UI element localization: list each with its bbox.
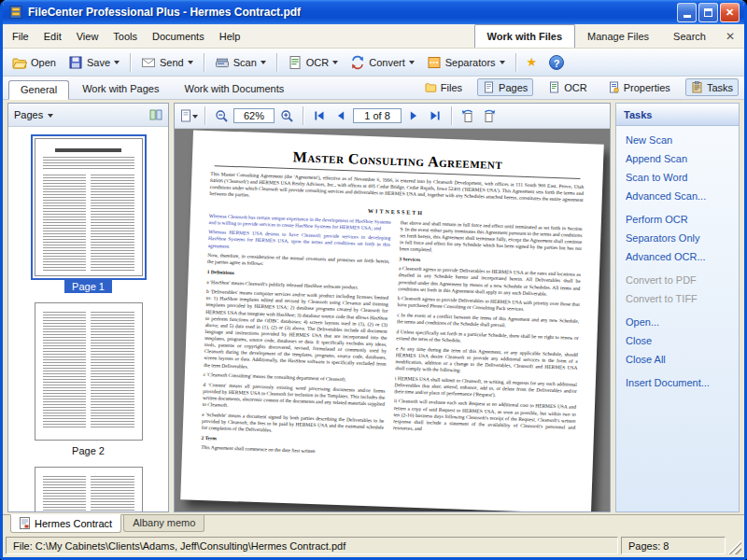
send-dropdown-icon[interactable] bbox=[188, 61, 193, 67]
tasks-clipboard-icon bbox=[691, 81, 703, 93]
rotate-right-icon bbox=[482, 108, 497, 123]
menu-view[interactable]: View bbox=[69, 24, 106, 48]
toggle-files[interactable]: Files bbox=[419, 78, 468, 96]
tab-work-with-files[interactable]: Work with Files bbox=[474, 24, 575, 48]
task-close-all[interactable]: Close All bbox=[626, 354, 729, 365]
favorites-button[interactable]: ★ bbox=[521, 50, 543, 74]
pages-panel: Pages Page 1 bbox=[7, 103, 169, 512]
pages-selector[interactable]: Pages bbox=[14, 109, 53, 120]
menu-tools[interactable]: Tools bbox=[106, 24, 145, 48]
toggle-pages[interactable]: Pages bbox=[477, 78, 533, 96]
doc-tab-label: Hermes Contract bbox=[35, 518, 112, 529]
ocr-label: OCR bbox=[306, 57, 329, 68]
last-page-button[interactable] bbox=[426, 106, 444, 126]
convert-dropdown-icon[interactable] bbox=[409, 61, 415, 67]
document-columns: Whereas Cleansoft has certain unique exp… bbox=[201, 213, 583, 468]
doc-tab-albany-memo[interactable]: Albany memo bbox=[123, 515, 204, 532]
viewer-toolbar: 62% 1 of 8 bbox=[175, 104, 610, 129]
tab-work-with-documents[interactable]: Work with Documents bbox=[172, 79, 296, 99]
task-new-scan[interactable]: New Scan bbox=[626, 134, 729, 146]
page-thumbnail-2[interactable]: Page 2 bbox=[35, 302, 143, 456]
pages-panel-header: Pages bbox=[8, 104, 168, 127]
task-advanced-ocr[interactable]: Advanced OCR... bbox=[626, 251, 729, 262]
task-close[interactable]: Close bbox=[626, 335, 729, 346]
maximize-button[interactable] bbox=[698, 3, 718, 22]
separators-button[interactable]: Separators bbox=[421, 50, 511, 74]
last-page-icon bbox=[429, 109, 442, 122]
view-menu-dropdown-icon bbox=[192, 115, 198, 121]
next-page-icon bbox=[407, 109, 420, 122]
task-scan-to-word[interactable]: Scan to Word bbox=[626, 172, 729, 183]
first-page-icon bbox=[313, 109, 326, 122]
toggle-files-label: Files bbox=[441, 82, 462, 93]
scan-dropdown-icon[interactable] bbox=[261, 61, 266, 67]
task-advanced-scan[interactable]: Advanced Scan... bbox=[626, 190, 729, 202]
menu-file[interactable]: File bbox=[5, 24, 36, 48]
panel-toggles: Files Pages OCR Properties Tasks bbox=[419, 78, 739, 99]
minimize-button[interactable] bbox=[677, 3, 697, 22]
task-append-scan[interactable]: Append Scan bbox=[626, 153, 729, 164]
tab-work-with-pages[interactable]: Work with Pages bbox=[70, 79, 171, 99]
help-button[interactable]: ? bbox=[543, 50, 570, 74]
toggle-properties-label: Properties bbox=[624, 82, 670, 93]
menu-help[interactable]: Help bbox=[212, 24, 248, 48]
viewer-canvas: Master Consulting Agreement This Master … bbox=[175, 129, 610, 511]
zoom-level[interactable]: 62% bbox=[233, 108, 275, 123]
tab-manage-files[interactable]: Manage Files bbox=[575, 24, 661, 48]
document-icon bbox=[20, 517, 30, 529]
close-button[interactable]: ✕ bbox=[720, 3, 740, 22]
toolbar-separator bbox=[515, 53, 516, 72]
toggle-pages-label: Pages bbox=[499, 82, 528, 93]
convert-button[interactable]: Convert bbox=[345, 50, 420, 74]
separators-dropdown-icon[interactable] bbox=[500, 61, 505, 67]
menu-edit[interactable]: Edit bbox=[36, 24, 69, 48]
previous-page-button[interactable] bbox=[331, 106, 350, 126]
tab-general[interactable]: General bbox=[8, 80, 69, 100]
first-page-button[interactable] bbox=[310, 106, 329, 126]
doc-tab-label: Albany memo bbox=[133, 517, 195, 528]
page-indicator[interactable]: 1 of 8 bbox=[353, 108, 402, 123]
close-workspace-button[interactable]: ✕ bbox=[718, 24, 744, 48]
layout-icon[interactable] bbox=[149, 108, 162, 121]
window-title: FileCenter Professional Plus - Hermes Co… bbox=[28, 6, 677, 19]
open-button[interactable]: Open bbox=[7, 50, 62, 74]
status-bar: File: C:\My Cabinets\Clients\Adams, Jeff… bbox=[3, 535, 744, 557]
toggle-ocr[interactable]: OCR bbox=[543, 78, 592, 96]
toggle-tasks[interactable]: Tasks bbox=[685, 78, 739, 96]
send-button[interactable]: Send bbox=[135, 50, 199, 74]
task-open[interactable]: Open... bbox=[626, 316, 729, 328]
zoom-in-button[interactable] bbox=[277, 106, 296, 126]
rotate-left-button[interactable] bbox=[458, 106, 477, 126]
save-icon bbox=[68, 55, 83, 70]
ocr-button[interactable]: OCR bbox=[282, 50, 344, 74]
view-tab-row: General Work with Pages Work with Docume… bbox=[3, 77, 744, 100]
zoom-out-button[interactable] bbox=[212, 106, 231, 126]
page-thumbnail-3[interactable] bbox=[35, 467, 143, 511]
ocr-dropdown-icon[interactable] bbox=[332, 61, 338, 67]
send-label: Send bbox=[160, 57, 184, 68]
pages-icon bbox=[483, 81, 495, 93]
task-separators-only[interactable]: Separators Only bbox=[626, 232, 729, 244]
status-file-path: File: C:\My Cabinets\Clients\Adams, Jeff… bbox=[6, 537, 618, 554]
scan-button[interactable]: Scan bbox=[209, 50, 272, 74]
menu-documents[interactable]: Documents bbox=[145, 24, 212, 48]
rotate-right-button[interactable] bbox=[480, 106, 499, 126]
save-button[interactable]: Save bbox=[63, 50, 125, 74]
toolbar-separator bbox=[130, 53, 131, 72]
save-label: Save bbox=[87, 57, 110, 68]
ocr-page-icon bbox=[288, 55, 303, 70]
toggle-properties[interactable]: Properties bbox=[602, 78, 676, 96]
doc-tab-hermes-contract[interactable]: Hermes Contract bbox=[10, 514, 121, 533]
tab-search[interactable]: Search bbox=[661, 24, 718, 48]
task-convert-to-pdf: Convert to PDF bbox=[626, 274, 729, 286]
next-page-button[interactable] bbox=[404, 106, 423, 126]
view-menu-button[interactable] bbox=[179, 106, 198, 126]
task-insert-document[interactable]: Insert Document... bbox=[626, 377, 729, 388]
page-thumbnail-1[interactable]: Page 1 bbox=[35, 138, 143, 292]
task-perform-ocr[interactable]: Perform OCR bbox=[626, 214, 729, 225]
resize-grip[interactable] bbox=[728, 537, 741, 554]
rotate-left-icon bbox=[460, 108, 475, 123]
thumbnail-preview bbox=[35, 138, 143, 276]
star-icon: ★ bbox=[527, 55, 538, 69]
save-dropdown-icon[interactable] bbox=[114, 61, 120, 67]
